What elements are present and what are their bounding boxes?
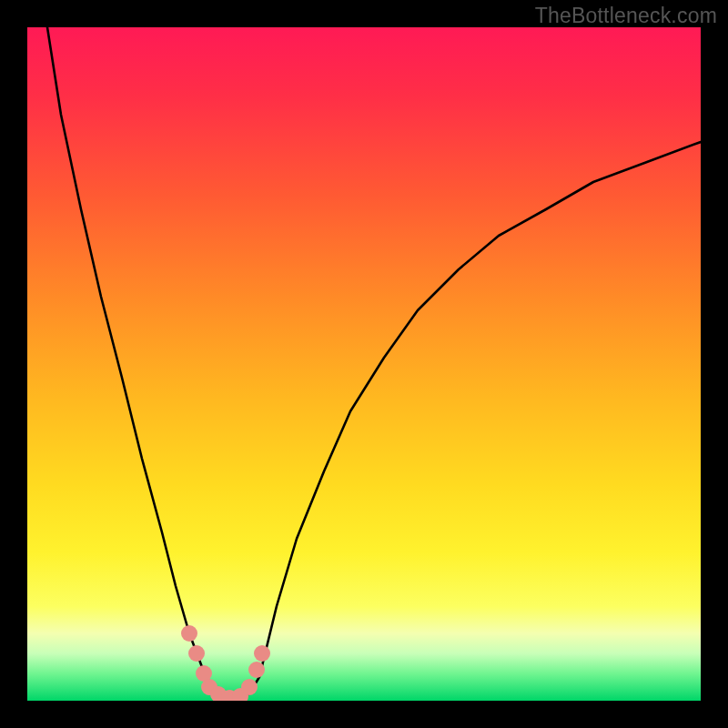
marker-dot <box>254 645 270 662</box>
plot-area <box>27 27 701 701</box>
chart-frame: TheBottleneck.com <box>0 0 728 728</box>
watermark-text: TheBottleneck.com <box>535 4 717 28</box>
marker-dot <box>181 625 197 642</box>
marker-dot <box>248 662 265 678</box>
marker-dot <box>241 679 258 695</box>
curve-layer <box>27 27 701 701</box>
min-markers <box>181 625 270 701</box>
bottleneck-curve <box>47 27 701 700</box>
marker-dot <box>188 645 205 662</box>
